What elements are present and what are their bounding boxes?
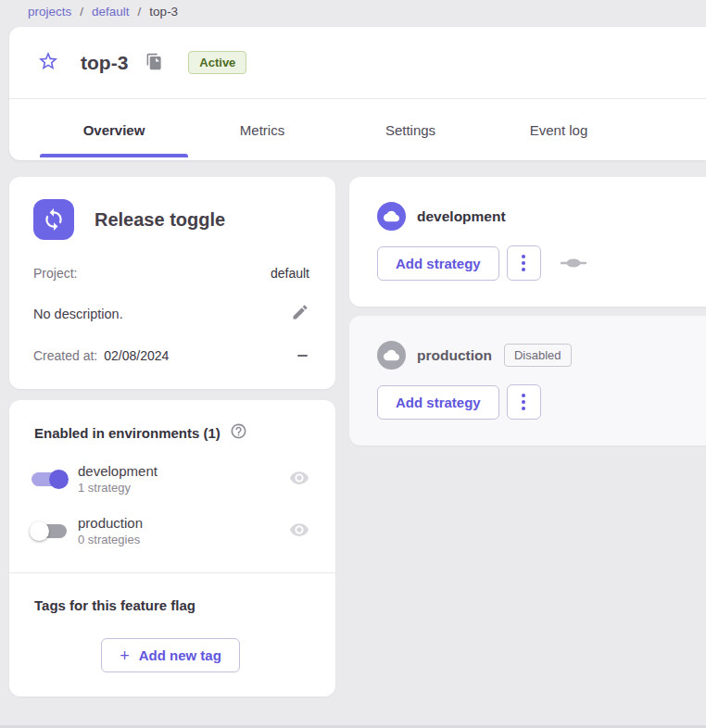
strategy-connector-icon	[561, 257, 586, 269]
panel-header: production Disabled	[377, 341, 678, 370]
environment-row-development: development 1 strategy	[32, 463, 309, 495]
environment-strategy-count: 1 strategy	[78, 481, 158, 495]
kebab-dot	[522, 394, 525, 397]
tab-overview[interactable]: Overview	[40, 99, 188, 160]
right-column: development Add strategy	[349, 177, 706, 446]
breadcrumb-link-default[interactable]: default	[92, 5, 130, 19]
environment-name: development	[78, 463, 158, 479]
preview-production-button[interactable]	[289, 520, 309, 543]
add-tag-container: + Add new tag	[32, 638, 309, 672]
project-value: default	[271, 266, 309, 281]
cloud-icon	[377, 202, 406, 231]
toggle-production[interactable]	[32, 521, 67, 541]
environment-name: production	[78, 515, 143, 531]
environment-panel-production: production Disabled Add strategy	[349, 316, 706, 446]
status-badge: Active	[188, 51, 246, 74]
help-circle-icon	[230, 422, 247, 443]
kebab-dot	[522, 400, 525, 404]
edit-description-button[interactable]	[291, 303, 309, 324]
kebab-dot	[522, 261, 525, 265]
environments-card: Enabled in environments (1) development …	[9, 400, 335, 697]
kebab-dot	[522, 407, 525, 410]
add-strategy-button[interactable]: Add strategy	[377, 246, 499, 281]
copy-name-button[interactable]	[145, 53, 163, 73]
panel-actions: Add strategy	[377, 384, 678, 420]
star-outline-icon	[37, 50, 59, 75]
tab-settings[interactable]: Settings	[336, 99, 485, 160]
tags-divider	[9, 572, 335, 573]
description-text: No description.	[33, 307, 123, 321]
add-strategy-label: Add strategy	[396, 395, 481, 410]
toggle-thumb	[30, 521, 49, 541]
breadcrumb-separator: /	[80, 5, 83, 19]
add-tag-label: Add new tag	[139, 647, 221, 663]
tags-title: Tags for this feature flag	[32, 597, 309, 613]
breadcrumb: projects / default / top-3	[0, 0, 706, 27]
created-label: Created at:	[33, 348, 97, 363]
cloud-icon	[377, 341, 406, 370]
project-label: Project:	[33, 266, 77, 281]
copy-icon	[145, 53, 163, 73]
tab-label: Metrics	[240, 122, 284, 138]
panel-environment-name: production	[417, 347, 492, 364]
add-strategy-label: Add strategy	[396, 256, 481, 271]
environments-card-header: Enabled in environments (1)	[32, 422, 309, 443]
overview-content: Release toggle Project: default No descr…	[9, 177, 706, 697]
help-button[interactable]	[230, 422, 247, 443]
panel-actions: Add strategy	[377, 245, 678, 281]
active-tab-indicator	[40, 154, 188, 157]
created-row: Created at: 02/08/2024	[33, 348, 309, 363]
toggle-development[interactable]	[32, 470, 67, 489]
left-column: Release toggle Project: default No descr…	[9, 177, 335, 697]
eye-icon	[289, 468, 309, 491]
flag-type-title: Release toggle	[95, 209, 225, 231]
environments-card-title: Enabled in environments (1)	[34, 425, 221, 441]
plus-icon: +	[120, 649, 130, 662]
environment-labels: development 1 strategy	[78, 463, 158, 495]
breadcrumb-separator: /	[138, 5, 142, 19]
tab-bar: Overview Metrics Settings Event log	[9, 99, 706, 160]
toggle-thumb	[49, 470, 69, 489]
flag-type-card: Release toggle Project: default No descr…	[9, 177, 335, 389]
kebab-dot	[522, 268, 525, 271]
environment-panel-development: development Add strategy	[349, 177, 706, 307]
eye-icon	[289, 520, 309, 543]
breadcrumb-current: top-3	[149, 5, 178, 19]
pencil-icon	[291, 303, 309, 324]
kebab-menu-icon[interactable]	[507, 245, 541, 281]
environment-strategy-count: 0 strategies	[78, 533, 143, 546]
tab-label: Overview	[83, 122, 145, 138]
tab-label: Settings	[385, 122, 435, 138]
favorite-button[interactable]	[37, 50, 59, 75]
kebab-menu-icon[interactable]	[507, 384, 541, 420]
add-strategy-button[interactable]: Add strategy	[377, 385, 499, 420]
panel-environment-name: development	[417, 208, 506, 225]
disabled-badge: Disabled	[504, 344, 572, 367]
preview-development-button[interactable]	[289, 468, 309, 491]
page-title: top-3	[81, 52, 128, 74]
flag-title-row: top-3 Active	[9, 27, 706, 98]
environment-row-production: production 0 strategies	[32, 515, 309, 546]
tab-label: Event log	[530, 122, 588, 138]
minus-icon	[297, 355, 308, 358]
panel-header: development	[377, 202, 678, 231]
flag-type-header: Release toggle	[33, 199, 309, 240]
release-toggle-sync-icon	[33, 199, 74, 240]
tab-metrics[interactable]: Metrics	[188, 99, 336, 160]
kebab-dot	[522, 255, 525, 258]
add-new-tag-button[interactable]: + Add new tag	[101, 638, 240, 672]
description-row: No description.	[33, 303, 309, 324]
collapse-button[interactable]	[296, 351, 309, 361]
environment-labels: production 0 strategies	[78, 515, 143, 546]
tab-event-log[interactable]: Event log	[485, 99, 633, 160]
flag-header-card: top-3 Active Overview Metrics Settings E…	[9, 27, 706, 160]
created-value: 02/08/2024	[104, 348, 169, 363]
project-row: Project: default	[33, 266, 309, 281]
breadcrumb-link-projects[interactable]: projects	[28, 5, 71, 19]
